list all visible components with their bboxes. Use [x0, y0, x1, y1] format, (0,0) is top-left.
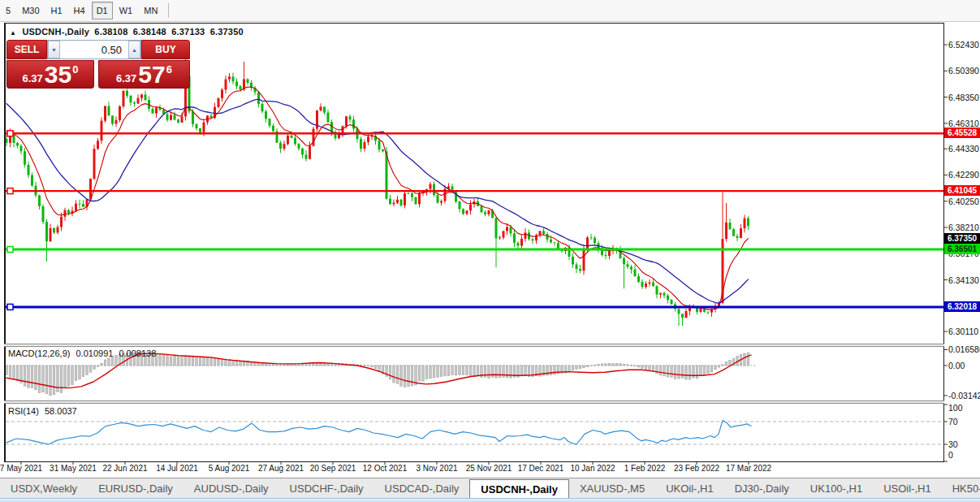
rsi-axis-label: 0: [948, 450, 953, 460]
date-label: 22 Jun 2021: [102, 464, 147, 473]
date-label: 31 May 2021: [50, 464, 97, 473]
timeframe-button-m30[interactable]: M30: [17, 2, 44, 19]
ask-price-panel[interactable]: 6.37 57 6: [98, 60, 190, 89]
date-label: 17 Mar 2022: [726, 464, 771, 473]
price-tag: 6.37350: [944, 233, 980, 244]
buy-button[interactable]: BUY: [141, 40, 190, 59]
ask-price-prefix: 6.37: [116, 72, 136, 84]
tab-usdx-weekly[interactable]: USDX,Weekly: [0, 478, 88, 499]
rsi-axis-label: 30: [948, 439, 958, 449]
date-label: 14 Jul 2021: [156, 464, 198, 473]
macd-axis-label: 0.016586: [948, 344, 980, 354]
chart-frame-bottom: [4, 461, 944, 462]
rsi-label: RSI(14) 58.0037: [8, 406, 80, 416]
hline-handle[interactable]: [7, 304, 13, 309]
ask-price-big: 57: [138, 63, 165, 87]
date-label: 3 Nov 2021: [416, 464, 457, 473]
price-axis-label: 6.46310: [948, 119, 979, 128]
volume-increase-button[interactable]: ▲: [128, 41, 140, 58]
timeframe-button-d1[interactable]: D1: [92, 2, 113, 19]
tab-uk100-h1[interactable]: UK100-,H1: [800, 478, 873, 499]
volume-decrease-button[interactable]: ▼: [48, 41, 60, 58]
hline-handle[interactable]: [7, 131, 13, 136]
tab-usoil-h1[interactable]: USOil-,H1: [873, 478, 942, 499]
timeframe-toolbar: 5M30H1H4D1W1MN: [0, 0, 980, 22]
bid-price-panel[interactable]: 6.37 35 0: [6, 60, 94, 89]
date-label: 27 Aug 2021: [258, 464, 304, 473]
price-axis-label: 6.30110: [948, 327, 978, 336]
price-axis-label: 6.50390: [948, 66, 979, 76]
bid-price-prefix: 6.37: [23, 72, 43, 84]
date-label: 10 Jan 2022: [570, 464, 615, 473]
symbol-tab-bar: USDX,WeeklyEURUSD-,DailyAUDUSD-,DailyUSD…: [0, 478, 980, 499]
hline-level-6.32018[interactable]: [6, 304, 943, 309]
date-label: 7 May 2021: [0, 464, 42, 473]
macd-value-signal: 0.008138: [119, 348, 156, 358]
date-label: 25 Nov 2021: [466, 464, 512, 473]
chart-canvas[interactable]: [0, 22, 980, 477]
price-tag: 6.45528: [944, 128, 980, 138]
price-axis-label: 6.38210: [948, 223, 979, 232]
timeframe-button-h4[interactable]: H4: [69, 2, 90, 19]
date-label: 23 Feb 2022: [674, 464, 719, 473]
hline-handle[interactable]: [7, 188, 13, 194]
ohlc-close: 6.37350: [210, 27, 244, 37]
date-label: 12 Oct 2021: [363, 464, 407, 473]
macd-axis-label: -0.03142: [948, 391, 980, 400]
rsi-line: [6, 421, 751, 444]
rsi-value: 58.0037: [45, 406, 77, 416]
sell-button[interactable]: SELL: [6, 40, 47, 59]
hline-level-6.36501[interactable]: [6, 246, 943, 252]
tab-ukoil-h1[interactable]: UKOil-,H1: [655, 478, 724, 499]
one-click-trading-widget: SELL ▼ ▲ BUY 6.37 35 0 6.37 57 6: [6, 40, 190, 89]
volume-input[interactable]: [60, 41, 128, 58]
chart-frame-top: [4, 23, 944, 24]
ask-price-sup: 6: [166, 63, 172, 76]
ohlc-high: 6.38148: [133, 27, 166, 37]
pane-separator-rsi[interactable]: [4, 400, 944, 404]
date-label: 20 Sep 2021: [310, 464, 356, 473]
timeframe-button-h1[interactable]: H1: [46, 2, 67, 19]
price-axis-label: 6.34130: [948, 275, 979, 285]
tab-xauusd-m5[interactable]: XAUUSD-,M5: [569, 478, 655, 499]
macd-axis-label: 0.00: [948, 361, 965, 370]
macd-value-main: 0.010991: [76, 348, 113, 358]
tab-eurusd-daily[interactable]: EURUSD-,Daily: [88, 478, 183, 499]
date-label: 5 Aug 2021: [209, 464, 250, 473]
price-axis-label: 6.52430: [948, 40, 979, 50]
price-axis-label: 6.48350: [948, 93, 979, 102]
tab-audusd-daily[interactable]: AUDUSD-,Daily: [183, 478, 279, 499]
macd-histogram: [6, 352, 749, 396]
price-tag: 6.41045: [944, 185, 980, 196]
tab-usdcnh-daily[interactable]: USDCNH-,Daily: [469, 479, 569, 499]
tab-usdchf-daily[interactable]: USDCHF-,Daily: [279, 478, 374, 499]
timeframe-button-w1[interactable]: W1: [114, 2, 138, 19]
tab-hk50-h1[interactable]: HK50-,H1: [942, 478, 980, 499]
volume-stepper: ▼ ▲: [47, 40, 141, 59]
symbol-name: USDCNH-,Daily: [22, 27, 89, 37]
macd-name: MACD(12,26,9): [8, 348, 70, 358]
bid-price-sup: 0: [72, 63, 78, 76]
price-axis-label: 6.42290: [948, 170, 979, 180]
price-axis-label: 6.44330: [948, 144, 979, 154]
collapse-arrow-icon[interactable]: ▲: [10, 29, 16, 37]
hline-handle[interactable]: [7, 246, 13, 252]
date-label: 1 Feb 2022: [624, 464, 666, 473]
ohlc-low: 6.37133: [171, 27, 205, 37]
tab-dj30-daily[interactable]: DJ30-,Daily: [724, 478, 800, 499]
chart-frame-left: [4, 23, 6, 462]
pane-separator-macd[interactable]: [4, 344, 944, 347]
timeframe-button-5[interactable]: 5: [1, 2, 15, 19]
rsi-axis-label: 70: [948, 417, 958, 426]
price-tag: 6.36501: [944, 244, 980, 254]
hline-level-6.41045[interactable]: [6, 188, 943, 194]
chart-window: ▲ USDCNH-,Daily 6.38108 6.38148 6.37133 …: [0, 22, 980, 477]
chart-title: ▲ USDCNH-,Daily 6.38108 6.38148 6.37133 …: [10, 27, 246, 37]
ohlc-open: 6.38108: [94, 27, 127, 37]
ma-fast-line: [6, 87, 749, 309]
trading-terminal: 5M30H1H4D1W1MN ▲ USDCNH-,Daily 6.38108 6…: [0, 0, 980, 502]
tab-usdcad-daily[interactable]: USDCAD-,Daily: [374, 478, 470, 499]
price-tag: 6.32018: [944, 301, 980, 312]
bid-price-big: 35: [45, 63, 71, 87]
timeframe-button-mn[interactable]: MN: [139, 2, 162, 19]
